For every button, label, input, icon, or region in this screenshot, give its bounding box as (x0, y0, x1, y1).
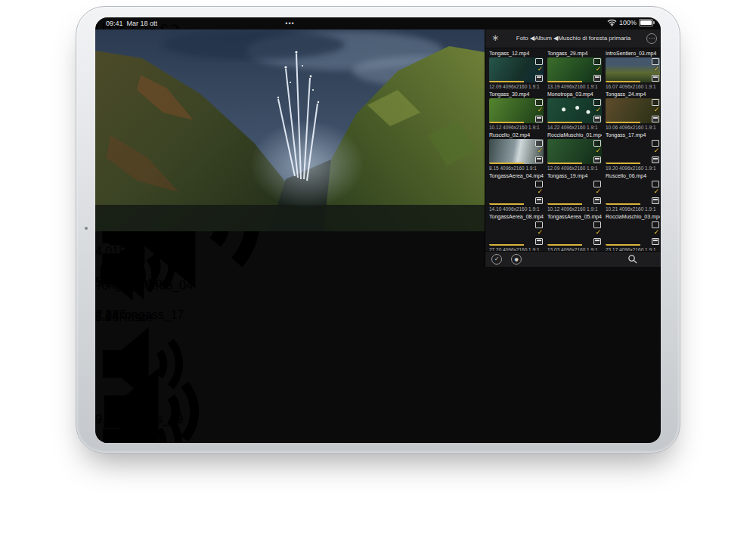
media-breadcrumb[interactable]: Foto ◀Album ◀Muschio di foresta primaria (503, 35, 643, 42)
media-item-thumbnail: ✓ (489, 139, 544, 164)
select-all-icon[interactable]: ✓ (491, 254, 502, 265)
ipad-device: 09:41 Mar 18 ott ••• 100% (76, 6, 680, 454)
import-card-icon (535, 156, 543, 163)
media-type-icon (535, 140, 543, 147)
duration-bar (489, 122, 524, 123)
media-item[interactable]: Tongass_12.mp4 ✓ 12.09 4096x2160 1.9:1 (489, 51, 544, 89)
import-card-icon (535, 116, 543, 122)
media-item-resolution: 4096x2160 (561, 166, 585, 171)
used-check-icon: ✓ (653, 65, 659, 73)
timeline-clip[interactable]: 9.11Tongass_29 (95, 318, 187, 338)
speaker-icon (95, 243, 160, 307)
media-type-icon (652, 140, 659, 147)
media-item-duration: 8.15 (489, 166, 499, 171)
media-item-thumbnail: ✓ (489, 98, 544, 123)
media-item-duration: 14.22 (547, 125, 559, 130)
media-panel-footer: ✓ ● (485, 251, 661, 267)
media-type-icon (652, 99, 659, 106)
import-card-icon (652, 156, 659, 163)
used-check-icon: ✓ (653, 106, 659, 113)
duration-bar (489, 163, 524, 164)
media-item-resolution: 4096x2160 (503, 125, 527, 130)
media-item-name: Tongass_30.mp4 (489, 91, 544, 98)
media-item[interactable]: Tongass_29.mp4 ✓ 13.19 4096x2160 1.9:1 (547, 51, 602, 89)
duration-bar (606, 81, 640, 82)
used-check-icon: ✓ (653, 147, 659, 154)
media-item-thumbnail: ✓ (606, 180, 660, 205)
used-check-icon: ✓ (653, 187, 659, 195)
media-item-duration: 10.12 (547, 206, 559, 212)
media-item-name: Ruscello_02.mp4 (489, 132, 544, 139)
duration-bar (547, 244, 582, 246)
media-item-name: Monotropa_03.mp4 (547, 91, 602, 98)
media-item[interactable]: TongassAerea_05.mp4 ✓ 13.03 4096x2160 1.… (547, 214, 602, 252)
used-check-icon: ✓ (595, 147, 601, 154)
app-switcher-dots: ••• (95, 20, 485, 27)
media-item-name: Tongass_29.mp4 (547, 51, 602, 57)
media-item-thumbnail: ✓ (606, 98, 660, 123)
filter-icon[interactable]: ● (511, 254, 522, 265)
media-item-ratio: 1.9:1 (645, 166, 655, 171)
media-item-resolution: 4096x2160 (503, 206, 527, 212)
used-check-icon: ✓ (537, 228, 543, 236)
timeline-clip[interactable]: ~9.12Tongass_12 (95, 397, 186, 416)
media-item-name: Tongass_12.mp4 (489, 51, 544, 57)
media-item-resolution: 4096x2160 (500, 166, 524, 171)
media-item-name: TongassAerea_04.mp4 (489, 173, 544, 180)
media-item[interactable]: IntroSentiero_03.mp4 ✓ 16.07 4096x2160 1… (606, 51, 660, 89)
media-item-ratio: 1.9:1 (528, 206, 539, 212)
media-item-duration: 12.09 (489, 84, 501, 89)
media-item-name: Tongass_19.mp4 (547, 173, 602, 180)
media-item[interactable]: Tongass_24.mp4 ✓ 10.06 4096x2160 1.9:1 (606, 91, 660, 130)
preview-frame-image (95, 29, 485, 231)
media-type-icon (652, 58, 659, 65)
media-item[interactable]: TongassAerea_04.mp4 ✓ 14.10 4096x2160 1.… (489, 173, 544, 212)
used-check-icon: ✓ (595, 187, 601, 195)
media-item-name: RocciaMuschio_01.mp4 (547, 132, 602, 139)
duration-bar (606, 122, 640, 123)
media-item-thumbnail: ✓ (606, 57, 660, 82)
media-item[interactable]: RocciaMuschio_01.mp4 ✓ 12.09 4096x2160 1… (547, 132, 602, 171)
media-item[interactable]: Tongass_30.mp4 ✓ 10.12 4096x2160 1.9:1 (489, 91, 544, 130)
import-card-icon (593, 156, 601, 163)
media-item-name: Tongass_24.mp4 (606, 91, 660, 98)
media-item-ratio: 1.9:1 (587, 125, 597, 130)
media-item-name: IntroSentiero_03.mp4 (606, 51, 660, 57)
media-item-duration: 19.20 (606, 166, 618, 171)
media-item[interactable]: Tongass_19.mp4 ✓ 10.12 4096x2160 1.9:1 (547, 173, 602, 212)
media-item-thumbnail: ✓ (489, 221, 544, 246)
media-item-ratio: 1.9:1 (528, 125, 539, 130)
media-item-duration: 10.12 (489, 125, 501, 130)
media-item-duration: 13.19 (547, 84, 559, 89)
panel-more-icon[interactable]: ⋯ (646, 33, 657, 44)
media-item[interactable]: Ruscello_02.mp4 ✓ 8.15 4096x2160 1.9:1 (489, 132, 544, 171)
media-item-resolution: 4096x2160 (619, 206, 643, 212)
media-item-thumbnail: ✓ (547, 221, 602, 246)
media-item[interactable]: Monotropa_03.mp4 ✓ 14.22 4096x2160 1.9:1 (547, 91, 602, 130)
library-settings-icon[interactable]: ∗ (491, 33, 499, 43)
media-item-resolution: 4096x2160 (619, 166, 643, 171)
media-type-icon (652, 181, 659, 187)
media-item[interactable]: Tongass_17.mp4 ✓ 19.20 4096x2160 1.9:1 (606, 132, 660, 171)
screen: 09:41 Mar 18 ott ••• 100% (95, 17, 661, 443)
media-item-resolution: 4096x2160 (619, 125, 643, 130)
media-type-icon (593, 99, 601, 106)
used-check-icon: ✓ (595, 106, 601, 113)
media-item-resolution: 4096x2160 (619, 84, 643, 89)
media-item[interactable]: RocciaMuschio_03.mp4 ✓ 23.17 4096x2160 1… (606, 214, 660, 252)
media-item-name: RocciaMuschio_03.mp4 (606, 214, 660, 221)
video-preview[interactable] (95, 29, 485, 231)
timeline-clip[interactable]: 8.16IntroSentiero_03 (95, 358, 203, 377)
duration-bar (547, 163, 582, 164)
media-item-name: TongassAerea_08.mp4 (489, 214, 544, 221)
media-item-ratio: 1.9:1 (645, 206, 655, 212)
speaker-icon (95, 397, 186, 443)
media-item-duration: 12.09 (547, 166, 559, 171)
timeline-clip[interactable]: 3.14 (95, 243, 160, 261)
media-item[interactable]: Ruscello_06.mp4 ✓ 10.21 4096x2160 1.9:1 (606, 173, 660, 212)
search-icon[interactable] (627, 254, 637, 264)
media-item-thumbnail: ✓ (606, 221, 660, 246)
media-item[interactable]: TongassAerea_08.mp4 ✓ 27.20 4096x2160 1.… (489, 214, 544, 252)
duration-bar (606, 244, 640, 246)
used-check-icon: ✓ (537, 187, 543, 195)
